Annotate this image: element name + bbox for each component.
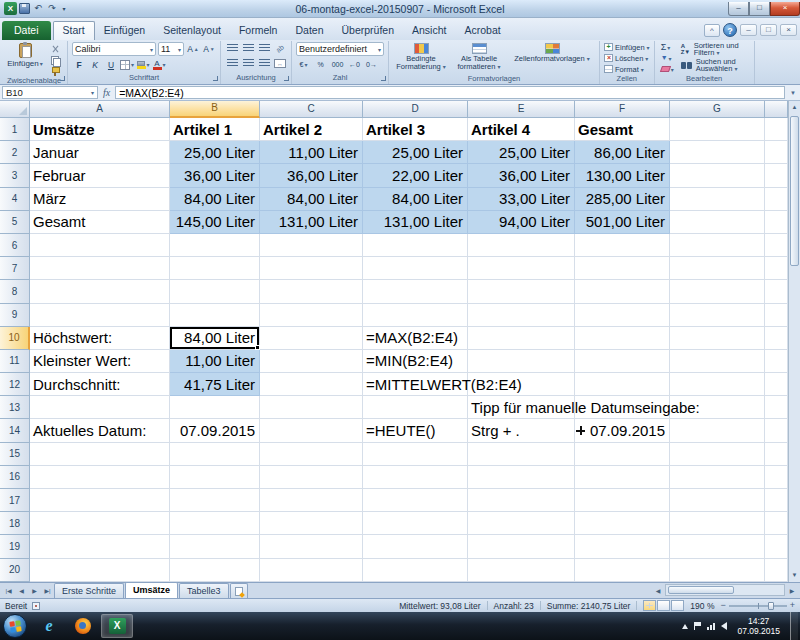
cell-B19[interactable] — [170, 535, 260, 558]
cell-F10[interactable] — [575, 327, 670, 350]
workbook-minimize-button[interactable]: – — [740, 24, 757, 36]
cell-F15[interactable] — [575, 443, 670, 466]
column-header-G[interactable]: G — [670, 101, 765, 118]
cell-B17[interactable] — [170, 489, 260, 512]
cell-A9[interactable] — [30, 304, 170, 327]
cell-C10[interactable] — [260, 327, 363, 350]
row-header-11[interactable]: 11 — [0, 350, 30, 373]
tab-seitenlayout[interactable]: Seitenlayout — [154, 21, 230, 40]
volume-icon[interactable] — [721, 622, 727, 630]
merge-center-button[interactable]: ↔ — [273, 57, 287, 70]
cell-B2[interactable]: 25,00 Liter — [170, 141, 260, 164]
cell-A2[interactable]: Januar — [30, 141, 170, 164]
insert-function-icon[interactable]: fx — [101, 87, 112, 98]
cell-G15[interactable] — [670, 443, 765, 466]
cell-D9[interactable] — [363, 304, 468, 327]
font-color-button[interactable]: A▾ — [152, 58, 166, 71]
cell-E8[interactable] — [468, 280, 575, 303]
cell-E20[interactable] — [468, 559, 575, 582]
cell-A11[interactable]: Kleinster Wert: — [30, 350, 170, 373]
cell-D10[interactable]: =MAX(B2:E4) — [363, 327, 468, 350]
cell-B10[interactable]: 84,00 Liter — [170, 327, 260, 350]
sheet-tab-erste-schritte[interactable]: Erste Schritte — [54, 583, 124, 598]
taskbar-excel[interactable]: X — [101, 614, 133, 638]
cell-B4[interactable]: 84,00 Liter — [170, 188, 260, 211]
workbook-close-button[interactable]: × — [780, 24, 797, 36]
cell-A18[interactable] — [30, 512, 170, 535]
cell-B8[interactable] — [170, 280, 260, 303]
row-header-20[interactable]: 20 — [0, 559, 30, 582]
cell-C14[interactable] — [260, 419, 363, 442]
macro-record-button[interactable] — [32, 602, 40, 610]
cell-D20[interactable] — [363, 559, 468, 582]
column-header-E[interactable]: E — [468, 101, 575, 118]
align-right-button[interactable] — [257, 57, 271, 70]
cell-D5[interactable]: 131,00 Liter — [363, 211, 468, 234]
cell-E17[interactable] — [468, 489, 575, 512]
cell-C19[interactable] — [260, 535, 363, 558]
column-header-F[interactable]: F — [575, 101, 670, 118]
align-middle-button[interactable] — [241, 42, 255, 55]
cell-A3[interactable]: Februar — [30, 164, 170, 187]
column-header-C[interactable]: C — [260, 101, 363, 118]
row-header-8[interactable]: 8 — [0, 280, 30, 303]
fill-color-button[interactable]: ▾ — [136, 58, 150, 71]
sort-filter-button[interactable]: AZ▼ Sortieren und Filtern ▾ — [681, 42, 750, 57]
align-bottom-button[interactable] — [257, 42, 271, 55]
cell-E11[interactable] — [468, 350, 575, 373]
column-header-B[interactable]: B — [170, 101, 260, 118]
row-header-3[interactable]: 3 — [0, 164, 30, 187]
cell-C15[interactable] — [260, 443, 363, 466]
cell-E3[interactable]: 36,00 Liter — [468, 164, 575, 187]
cell-E2[interactable]: 25,00 Liter — [468, 141, 575, 164]
action-center-icon[interactable] — [694, 622, 701, 630]
cell-D11[interactable]: =MIN(B2:E4) — [363, 350, 468, 373]
tab-ansicht[interactable]: Ansicht — [403, 21, 455, 40]
cell-A20[interactable] — [30, 559, 170, 582]
number-format-select[interactable]: Benutzerdefiniert▾ — [296, 42, 384, 56]
cell-E15[interactable] — [468, 443, 575, 466]
cell-F9[interactable] — [575, 304, 670, 327]
horizontal-scrollbar[interactable]: ◀ ▶ — [652, 582, 800, 598]
formula-input[interactable]: =MAX(B2:E4) — [115, 86, 785, 99]
cell-A19[interactable] — [30, 535, 170, 558]
last-sheet-button[interactable]: ▶| — [41, 584, 54, 598]
increase-decimal-icon[interactable]: ←0 — [347, 58, 362, 70]
cell-C16[interactable] — [260, 466, 363, 489]
cell-B13[interactable] — [170, 396, 260, 419]
tab-acrobat[interactable]: Acrobat — [455, 21, 509, 40]
cell-A1[interactable]: Umsätze — [30, 118, 170, 141]
cell-G1[interactable] — [670, 118, 765, 141]
row-header-14[interactable]: 14 — [0, 419, 30, 442]
conditional-formatting-button[interactable]: Bedingte Formatierung ▾ — [393, 42, 449, 74]
cell-D6[interactable] — [363, 234, 468, 257]
cell-C18[interactable] — [260, 512, 363, 535]
cell-F16[interactable] — [575, 466, 670, 489]
taskbar-firefox[interactable] — [67, 614, 99, 638]
cell-A8[interactable] — [30, 280, 170, 303]
cell-C3[interactable]: 36,00 Liter — [260, 164, 363, 187]
row-header-12[interactable]: 12 — [0, 373, 30, 396]
cell-B15[interactable] — [170, 443, 260, 466]
cell-B16[interactable] — [170, 466, 260, 489]
cell-F8[interactable] — [575, 280, 670, 303]
cell-G12[interactable] — [670, 373, 765, 396]
cell-A17[interactable] — [30, 489, 170, 512]
cell-C4[interactable]: 84,00 Liter — [260, 188, 363, 211]
cell-C6[interactable] — [260, 234, 363, 257]
sheet-tab-tabelle3[interactable]: Tabelle3 — [179, 583, 229, 598]
bold-button[interactable]: F — [72, 58, 86, 71]
zoom-level-button[interactable]: 190 % — [690, 601, 714, 611]
vertical-scrollbar[interactable]: ▲ ▼ — [788, 101, 800, 582]
cell-G6[interactable] — [670, 234, 765, 257]
tab-daten[interactable]: Daten — [286, 21, 332, 40]
cell-A4[interactable]: März — [30, 188, 170, 211]
horizontal-scroll-thumb[interactable] — [668, 586, 734, 594]
dialog-launcher-icon[interactable] — [381, 76, 386, 81]
qat-dropdown-icon[interactable]: ▾ — [60, 5, 68, 12]
decrease-font-button[interactable]: A▼ — [202, 43, 216, 56]
thousands-format-button[interactable]: 000 — [330, 58, 345, 70]
cell-F18[interactable] — [575, 512, 670, 535]
cell-B6[interactable] — [170, 234, 260, 257]
start-button[interactable] — [3, 614, 27, 638]
